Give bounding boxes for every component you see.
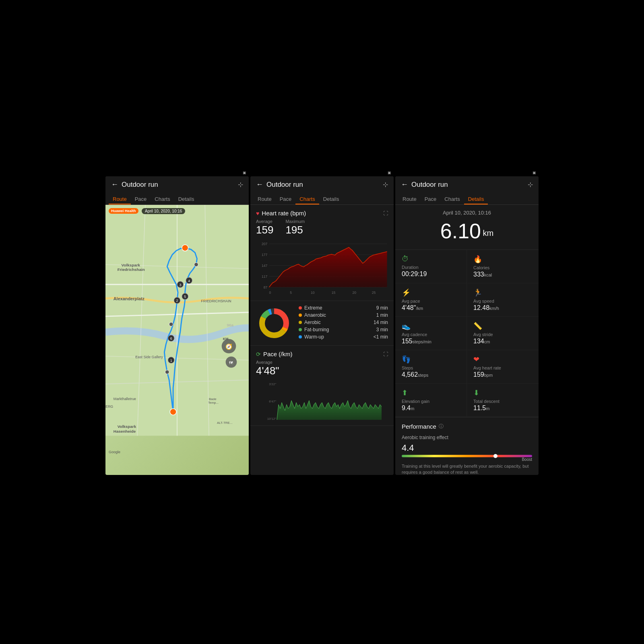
back-button-1[interactable]: ← (111, 180, 118, 189)
svg-text:2: 2 (176, 299, 178, 303)
zone-anaerobic: Anaerobic 1 min (299, 312, 388, 318)
zones-section: Extreme 9 min Anaerobic 1 min Aerobic 14… (250, 301, 394, 346)
svg-text:ALT-TRE...: ALT-TRE... (217, 421, 233, 425)
svg-text:Temp...: Temp... (208, 401, 219, 405)
map-svg: 1 2 3 4 5 6 Volkspark Friedrichshain (105, 205, 249, 436)
aerobic-te: Aerobic training effect 4.4 Boost Traini… (402, 435, 532, 475)
panel3-title: Outdoor run (411, 181, 448, 189)
svg-text:3: 3 (179, 283, 181, 287)
performance-section: Performance ⓘ Aerobic training effect 4.… (395, 417, 539, 475)
share-icon-2[interactable]: ⊹ (383, 181, 388, 188)
svg-text:🗺: 🗺 (229, 361, 233, 365)
tab-details-1[interactable]: Details (174, 194, 198, 204)
google-logo: Google (109, 450, 120, 454)
svg-text:Volkspark: Volkspark (118, 424, 136, 429)
huawei-badge: Huawei Health (109, 208, 138, 214)
stat-avg-hr: ❤ Avg heart rate 159bpm (467, 350, 539, 384)
map-container: 1 2 3 4 5 6 Volkspark Friedrichshain (105, 205, 249, 475)
svg-text:0: 0 (269, 291, 271, 295)
svg-point-10 (194, 262, 198, 266)
panel1-title: Outdoor run (122, 181, 158, 189)
panel2-tabs: Route Pace Charts Details (250, 190, 394, 205)
tab-charts-2[interactable]: Charts (295, 194, 319, 204)
zone-fatburning: Fat-burning 3 min (299, 327, 388, 332)
stat-steps: 👣 Steps 4,562steps (395, 350, 467, 384)
tab-route-3[interactable]: Route (398, 194, 421, 204)
svg-text:147: 147 (262, 264, 268, 268)
heartrate-section: ♥ Heart rate (bpm) ⛶ Average 159 Maximum… (250, 205, 394, 301)
svg-text:Alexanderplatz: Alexanderplatz (114, 296, 145, 301)
tab-charts-3[interactable]: Charts (440, 194, 464, 204)
aerobic-te-desc: Training at this level will greatly bene… (402, 463, 532, 475)
svg-text:Markthalletrue: Markthalletrue (114, 397, 136, 401)
panel-route: ← Outdoor run ⊹ Route Pace Charts Detail… (105, 176, 249, 475)
svg-text:Friedrichshain: Friedrichshain (118, 267, 145, 272)
panel1-tabs: Route Pace Charts Details (105, 190, 249, 205)
expand-icon-hr[interactable]: ⛶ (383, 211, 388, 216)
details-distance: 6.10 km (395, 217, 539, 250)
stat-duration: ⏱ Duration 00:29:19 (395, 250, 467, 283)
details-date: April 10, 2020, 10:16 (395, 205, 539, 217)
steps-icon: 👣 (402, 355, 460, 364)
svg-text:3'22": 3'22" (269, 382, 276, 386)
date-badge: April 10, 2020, 10:16 (142, 208, 185, 214)
tab-charts-1[interactable]: Charts (151, 194, 174, 204)
performance-title: Performance ⓘ (402, 423, 532, 430)
tab-pace-1[interactable]: Pace (131, 194, 151, 204)
svg-text:96a: 96a (227, 323, 234, 327)
stat-elevation: ⬆ Elevation gain 9.4m (395, 384, 467, 417)
svg-text:20: 20 (352, 291, 356, 295)
svg-point-9 (169, 322, 173, 326)
zone-warmup: Warm-up <1 min (299, 334, 388, 340)
share-icon-3[interactable]: ⊹ (528, 181, 533, 188)
cadence-icon: 👟 (402, 322, 460, 330)
hr-title: ♥ Heart rate (bpm) (256, 210, 306, 217)
pace-section: ⟳ Pace (/km) ⛶ Average 4'48" (250, 346, 394, 426)
svg-text:4: 4 (188, 279, 190, 283)
svg-text:6'47": 6'47" (269, 400, 276, 403)
elevation-icon: ⬆ (402, 388, 460, 397)
svg-text:177: 177 (262, 253, 268, 257)
info-icon[interactable]: ⓘ (439, 423, 444, 430)
tab-pace-3[interactable]: Pace (421, 194, 441, 204)
svg-text:1: 1 (170, 359, 172, 363)
expand-icon-pace[interactable]: ⛶ (383, 351, 388, 357)
map-background: 1 2 3 4 5 6 Volkspark Friedrichshain (105, 205, 249, 475)
panel2-header: ← Outdoor run ⊹ (250, 176, 394, 189)
back-button-3[interactable]: ← (401, 180, 408, 189)
svg-text:6: 6 (170, 336, 172, 341)
pace-chart: 3'22" 6'47" 10'12" (256, 380, 388, 421)
tab-route-1[interactable]: Route (109, 194, 131, 204)
svg-text:117: 117 (262, 275, 268, 279)
svg-text:5: 5 (290, 291, 292, 295)
aerobic-te-value: 4.4 (402, 443, 532, 453)
panel3-header: ← Outdoor run ⊹ (395, 176, 539, 189)
pace-icon: ⟳ (256, 351, 261, 357)
zones-legend: Extreme 9 min Anaerobic 1 min Aerobic 14… (299, 305, 388, 341)
share-icon-1[interactable]: ⊹ (238, 181, 243, 188)
svg-text:East Side Gallery: East Side Gallery (135, 355, 163, 359)
svg-point-64 (265, 314, 283, 332)
avg-hr-icon: ❤ (473, 355, 532, 364)
tab-route-2[interactable]: Route (254, 194, 276, 204)
calories-icon: 🔥 (473, 255, 532, 264)
tab-pace-2[interactable]: Pace (276, 194, 296, 204)
details-content: April 10, 2020, 10:16 6.10 km ⏱ Duration… (395, 205, 539, 475)
aerobic-te-label: Aerobic training effect (402, 435, 532, 440)
svg-text:Bade: Bade (209, 397, 217, 401)
panel2-title: Outdoor run (266, 181, 303, 189)
avg-speed-icon: 🏃 (473, 288, 532, 297)
stat-cadence: 👟 Avg cadence 155steps/min (395, 317, 467, 350)
duration-icon: ⏱ (402, 255, 460, 263)
avg-hr-label: Average (256, 219, 273, 224)
tab-details-2[interactable]: Details (319, 194, 343, 204)
stat-descent: ⬇ Total descent 11.5m (467, 384, 539, 417)
svg-text:25: 25 (372, 291, 376, 295)
svg-text:FRIEDRICHSHAIN: FRIEDRICHSHAIN (201, 299, 231, 303)
svg-text:87: 87 (264, 285, 268, 289)
max-hr-value: 195 (285, 224, 305, 236)
back-button-2[interactable]: ← (256, 180, 263, 189)
tab-details-3[interactable]: Details (464, 194, 488, 204)
panel1-header: ← Outdoor run ⊹ (105, 176, 249, 189)
marker-mid (165, 370, 169, 374)
